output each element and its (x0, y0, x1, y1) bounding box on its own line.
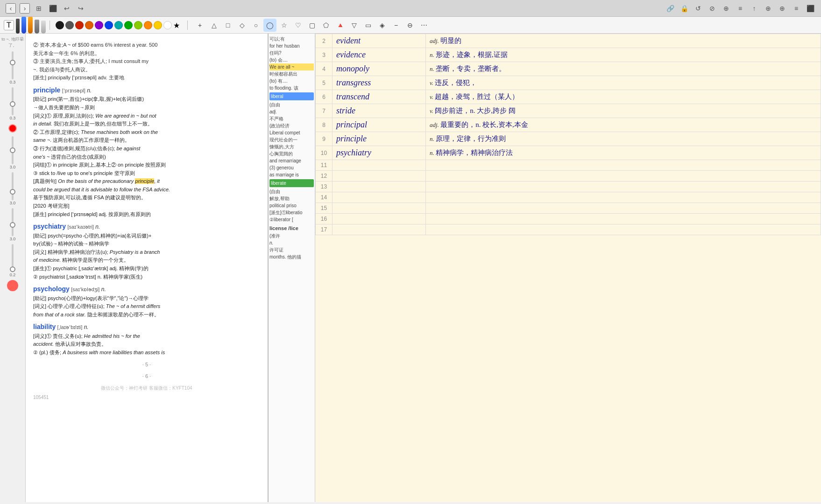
add-icon[interactable]: ⊕ (763, 3, 773, 14)
row-definition (426, 182, 821, 192)
sidebar-icon[interactable]: ⬛ (805, 3, 815, 14)
rounded-rect-btn[interactable]: ▢ (305, 19, 318, 32)
row-number: 14 (316, 192, 333, 203)
layers-icon[interactable]: ≡ (735, 3, 745, 14)
slider-thumb-6[interactable] (10, 266, 15, 272)
color-yellowgreen[interactable] (134, 21, 142, 29)
color-orange2[interactable] (144, 21, 152, 29)
color-blue[interactable] (105, 21, 113, 29)
nav-back-btn[interactable]: ‹ (6, 3, 16, 14)
partial-liberal-6: 现代社会的一 (269, 136, 314, 143)
minus-btn[interactable]: − (389, 19, 403, 32)
color-green[interactable] (124, 21, 133, 29)
dict-line-4: ~. 我必须与委托人商议。 (33, 66, 260, 74)
lock-icon[interactable]: 🔒 (679, 3, 689, 14)
rect-btn[interactable]: ▭ (361, 19, 375, 32)
slider-2: 0.3 (3, 87, 22, 120)
partial-license-3: 许可证 (269, 246, 314, 253)
pen-tool-silver[interactable] (41, 21, 46, 34)
slider-track-6[interactable] (12, 244, 14, 272)
upload-icon[interactable]: ↑ (749, 3, 759, 14)
slider-track-5[interactable] (12, 208, 14, 236)
sidebar-label-to: to ~. 地吓晕了。 (0, 36, 25, 49)
slider-track-2[interactable] (12, 87, 14, 115)
square-btn[interactable]: □ (221, 19, 234, 32)
slider-label-5: 3.0 (10, 237, 16, 241)
partial-liberate-2: 解放,帮助 (269, 195, 314, 202)
add-shape-btn[interactable]: + (193, 19, 206, 32)
heart-btn[interactable]: ♡ (291, 19, 304, 32)
cloud-icon[interactable]: ⊕ (721, 3, 731, 14)
dict-deriv-psychiatry-2: ② psychiatrist [ˌsaɪkɪəˈtrɪst] n. 精神病学家(… (33, 273, 260, 281)
color-black[interactable] (56, 21, 64, 29)
dict-line-2: 美元本金一年生 6% 的利息。 (33, 49, 260, 58)
dict-entry-psychiatry: psychiatry [saɪˈkaɪətri] n. [助记] psych(=… (33, 221, 260, 281)
partial-liberal-10: (3) generou (269, 164, 314, 171)
strikethrough-btn[interactable]: ⊖ (403, 19, 417, 32)
slider-label-1: 0.3 (10, 80, 16, 84)
pen-tool-dark[interactable] (16, 19, 20, 34)
slider-track-1[interactable] (12, 51, 14, 79)
list-icon[interactable]: ≡ (791, 3, 801, 14)
star-icon[interactable]: ★ (173, 21, 182, 29)
undo-icon[interactable]: ↩ (62, 3, 72, 14)
partial-liberate-4: [派生]①liberatio (269, 209, 314, 216)
slider-thumb-3[interactable] (10, 147, 15, 153)
partial-liberal-8: 心胸宽阔的 (269, 150, 314, 157)
partial-liberal-2: adj. (269, 108, 314, 115)
dict-pre-content: ② 资本,本金;A ~ of $500 earns 6% interest a … (33, 41, 260, 82)
close-sidebar-btn[interactable]: ✕ (7, 280, 18, 291)
circle-btn[interactable]: ○ (249, 19, 262, 32)
triangle-btn[interactable]: △ (207, 19, 220, 32)
slider-thumb-4[interactable] (10, 189, 15, 195)
oval-btn[interactable]: ◯ (263, 19, 276, 32)
dict-mean-principle-2b: same ~. 这两台机器的工作原理是一样的。 (33, 136, 260, 145)
diamond-btn[interactable]: ◇ (235, 19, 248, 32)
pen-tool-orange[interactable] (28, 17, 33, 34)
pen-tool-blue[interactable] (21, 17, 26, 34)
link-icon[interactable]: 🔗 (665, 3, 675, 14)
add2-icon[interactable]: ⊕ (777, 3, 787, 14)
partial-liberal-4: (政治经济 (269, 122, 314, 129)
refresh-icon[interactable]: ↺ (693, 3, 703, 14)
dict-deriv-psychiatry: [派生]① psychiatric [ˌsaɪkɪˈætrɪk] adj. 精神… (33, 265, 260, 273)
partial-liberal-1: (自由 (269, 101, 314, 108)
color-darkgray[interactable] (65, 21, 74, 29)
color-purple[interactable] (95, 21, 103, 29)
inv-triangle-btn[interactable]: ▽ (347, 19, 361, 32)
shield-btn[interactable]: 🔺 (333, 19, 347, 32)
color-red[interactable] (75, 21, 84, 29)
pen-tool-gray[interactable] (35, 20, 39, 34)
dictionary-area[interactable]: ② 资本,本金;A ~ of $500 earns 6% interest a … (26, 34, 269, 502)
block-icon[interactable]: ⊘ (707, 3, 717, 14)
color-yellow[interactable] (154, 21, 162, 29)
dict-mean-liability-2: ② (pl.) 债务; A business with more liabili… (33, 349, 260, 357)
shape-buttons: + △ □ ◇ ○ ◯ ☆ ♡ ▢ ⬠ 🔺 ▽ ▭ ◈ − ⊖ ⋯ (191, 19, 817, 32)
color-teal[interactable] (114, 21, 123, 29)
redo-icon[interactable]: ↪ (76, 3, 86, 14)
slider-thumb-1[interactable] (10, 60, 15, 65)
grid-icon[interactable]: ⊞ (34, 3, 44, 14)
slider-thumb-5[interactable] (10, 222, 15, 228)
nav-fwd-btn[interactable]: › (20, 3, 30, 14)
partial-liberal-3: 不严格 (269, 115, 314, 122)
slider-track-4[interactable] (12, 172, 14, 200)
table-row: 16 (316, 214, 821, 224)
more-shapes-btn[interactable]: ⋯ (418, 19, 431, 32)
color-orange[interactable] (85, 21, 93, 29)
color-white[interactable] (163, 21, 172, 29)
diamond2-btn[interactable]: ◈ (375, 19, 389, 32)
slider-track-3[interactable] (12, 136, 14, 164)
table-row: 14 (316, 192, 821, 203)
star-btn[interactable]: ☆ (277, 19, 290, 32)
row-definition (426, 171, 821, 182)
apps-icon[interactable]: ⬛ (48, 3, 58, 14)
text-tool-btn[interactable]: T (4, 20, 14, 30)
row-word (333, 182, 426, 192)
dict-phonetic-psychology: [saɪˈkɒlədʒi] (71, 287, 99, 292)
partial-liberate-5: ②liberator [ (269, 216, 314, 223)
slider-thumb-2[interactable] (10, 101, 15, 107)
dict-mean-psychiatry-2: of medicine. 精神病学是医学的一个分支。 (33, 256, 260, 265)
pentagon-btn[interactable]: ⬠ (319, 19, 333, 32)
table-row: 7stridev. 阔步前进，n. 大步,跨步 阔 (316, 104, 821, 118)
